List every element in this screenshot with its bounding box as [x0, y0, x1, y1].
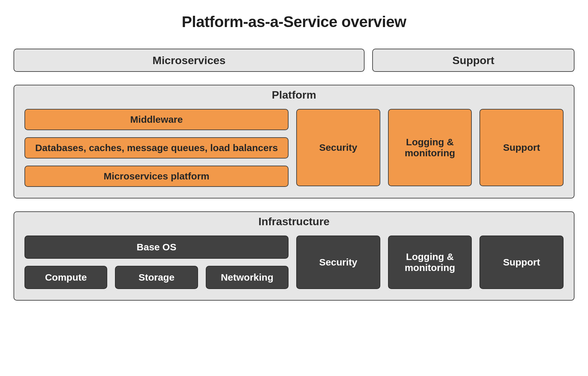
- infra-security-box: Security: [296, 236, 380, 289]
- infrastructure-panel: Infrastructure Base OS Compute Storage N…: [14, 211, 574, 301]
- infrastructure-bottom-row: Compute Storage Networking: [24, 266, 289, 289]
- infrastructure-row: Infrastructure Base OS Compute Storage N…: [14, 211, 574, 301]
- infrastructure-stack: Base OS Compute Storage Networking: [24, 236, 289, 289]
- microservices-label: Microservices: [153, 54, 226, 67]
- platform-panel: Platform Middleware Databases, caches, m…: [14, 85, 574, 198]
- base-os-box: Base OS: [24, 236, 289, 259]
- top-support-panel: Support: [372, 49, 574, 72]
- networking-box: Networking: [206, 266, 289, 289]
- data-services-box: Databases, caches, message queues, load …: [24, 137, 289, 159]
- top-row: Microservices Support: [14, 49, 574, 72]
- infra-support-box: Support: [479, 236, 564, 289]
- platform-title: Platform: [24, 85, 564, 103]
- microservices-platform-box: Microservices platform: [24, 166, 289, 187]
- diagram-title: Platform-as-a-Service overview: [14, 13, 574, 31]
- platform-body: Middleware Databases, caches, message qu…: [24, 109, 564, 187]
- infra-logging-box: Logging & monitoring: [388, 236, 472, 289]
- infrastructure-body: Base OS Compute Storage Networking Secur…: [24, 236, 564, 289]
- top-support-label: Support: [452, 54, 494, 67]
- middleware-box: Middleware: [24, 109, 289, 130]
- storage-box: Storage: [115, 266, 198, 289]
- platform-security-box: Security: [296, 109, 380, 186]
- diagram-canvas: Platform-as-a-Service overview Microserv…: [0, 0, 588, 376]
- platform-support-box: Support: [479, 109, 564, 186]
- platform-stack: Middleware Databases, caches, message qu…: [24, 109, 289, 187]
- microservices-panel: Microservices: [14, 49, 365, 72]
- platform-logging-box: Logging & monitoring: [388, 109, 472, 186]
- compute-box: Compute: [24, 266, 107, 289]
- infrastructure-title: Infrastructure: [24, 212, 564, 230]
- platform-row: Platform Middleware Databases, caches, m…: [14, 85, 574, 198]
